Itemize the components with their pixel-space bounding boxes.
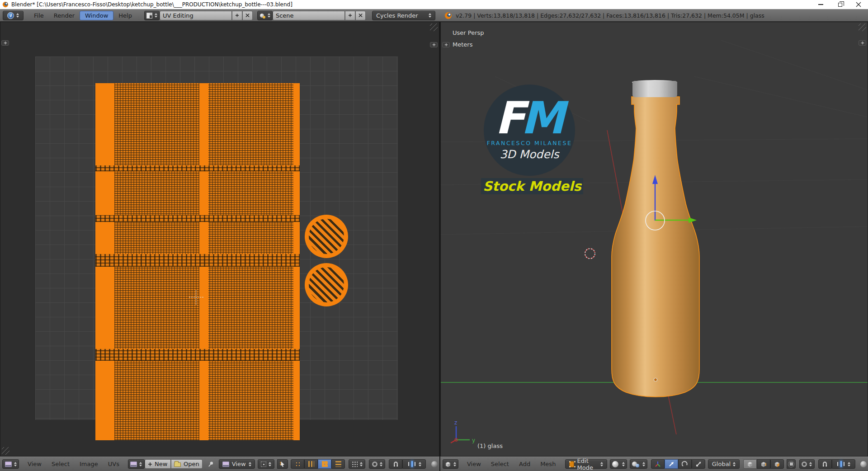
chevron-updown-icon [809,462,812,466]
scene-field[interactable]: Scene [273,11,345,20]
minimize-button[interactable] [811,0,830,9]
blender-logo-icon [444,12,452,19]
render-engine-dropdown[interactable]: Cycles Render [372,11,435,20]
watermark-name: FRANCESCO MILANESE [487,140,572,146]
plus-icon [444,43,448,47]
scale-manipulator-button[interactable] [692,459,705,469]
cube-icon [445,461,451,467]
editor-type-dropdown-3d[interactable] [443,459,458,469]
image-editor-icon [5,462,12,467]
screen-layout-browse-button[interactable] [144,11,160,20]
opengl-render-button[interactable] [859,459,868,469]
mesh-select-mode-buttons [743,459,784,469]
image-new-button[interactable]: New [145,459,171,469]
pivot-center-dropdown[interactable] [258,459,274,469]
edge-mode-button[interactable] [757,459,770,469]
translate-manipulator-button[interactable] [665,459,678,469]
viewport-shading-dropdown[interactable] [610,459,627,469]
info-icon: i [7,12,14,19]
image-browse-dropdown[interactable] [128,459,145,469]
snap-element-dropdown-3d[interactable] [832,459,855,469]
screen-layout-delete-button[interactable] [242,11,253,20]
region-expand-button[interactable] [442,42,450,47]
chevron-updown-icon [453,462,456,466]
editor-type-dropdown-image[interactable] [2,459,19,469]
uv-island-cap-top [305,215,348,258]
scene-delete-button[interactable] [355,11,366,20]
image-open-button[interactable]: Open [171,459,203,469]
uv-edge-select-button[interactable] [304,459,318,469]
menu-window[interactable]: Window [80,11,113,20]
chevron-updown-icon [733,462,736,466]
v3d-menu-add[interactable]: Add [514,459,535,469]
limit-selection-visible-button[interactable] [787,459,796,469]
object-origin-dot [654,378,657,382]
uv-island-select-button[interactable] [331,459,345,469]
close-button[interactable] [849,0,868,9]
scene-browse-button[interactable] [257,11,273,20]
v3d-menu-mesh[interactable]: Mesh [535,459,561,469]
chevron-updown-icon [642,462,645,466]
region-expand-button[interactable] [430,42,438,47]
v3d-menu-view[interactable]: View [462,459,486,469]
region-expand-button[interactable] [859,40,866,46]
uv-island-cap-bottom [305,263,348,306]
rotate-manipulator-button[interactable] [678,459,692,469]
corner-grip[interactable] [859,24,866,31]
screen-layout-field[interactable]: UV Editing [160,11,232,20]
uv-menu-view[interactable]: View [23,459,47,469]
uv-vertex-select-button[interactable] [291,459,304,469]
scene-statistics: v2.79 | Verts:13,818/13,818 | Edges:27,6… [456,12,764,19]
uv-image-editor[interactable] [0,22,439,457]
window-title-bar: Blender* [C:\Users\Francesco-Fisso\Deskt… [0,0,868,9]
editor-type-dropdown-info[interactable]: i [3,11,24,20]
corner-grip[interactable] [430,24,438,31]
vertex-mode-button[interactable] [743,459,757,469]
proportional-edit-dropdown[interactable] [369,459,385,469]
watermark-banner: Stock Models [481,178,583,194]
restore-button[interactable] [830,0,849,9]
display-channels-dropdown[interactable]: View [219,459,255,469]
v3d-menu-select[interactable]: Select [486,459,514,469]
uv-menu-select[interactable]: Select [47,459,75,469]
screen-layout-add-button[interactable] [232,11,242,20]
uv-menu-image[interactable]: Image [75,459,103,469]
chevron-updown-icon [380,462,382,466]
face-cube-icon [774,461,780,467]
rotate-icon [682,461,688,467]
corner-grip[interactable] [2,447,9,455]
mode-dropdown[interactable]: Edit Mode [565,459,607,469]
uv-editor-header: View Select Image UVs New Open View [0,457,439,471]
uv-grid-canvas[interactable] [35,57,398,420]
uv-face-select-button[interactable] [318,459,331,469]
region-expand-button[interactable] [1,40,9,46]
snap-toggle-button[interactable] [389,459,402,469]
menu-file[interactable]: File [29,11,49,20]
axis-z-label: z [454,419,457,426]
3d-cursor [583,246,597,261]
manipulator-toggle-button[interactable] [651,459,665,469]
minimize-icon [818,4,823,5]
pivot-spheres-icon [632,461,639,467]
image-pin-button[interactable] [206,459,216,469]
scene-add-button[interactable] [345,11,355,20]
axis-y-label: y [472,437,475,443]
render-preview-button[interactable] [429,459,439,469]
sticky-select-dropdown[interactable] [349,459,365,469]
snap-controls [389,459,426,469]
face-select-icon [322,461,328,467]
transform-orientation-dropdown[interactable]: Global [708,459,740,469]
snap-element-dropdown[interactable] [402,459,426,469]
uv-menu-uvs[interactable]: UVs [103,459,124,469]
menu-render[interactable]: Render [49,11,80,20]
snap-toggle-button-3d[interactable] [818,459,832,469]
menu-help[interactable]: Help [113,11,137,20]
3d-viewport[interactable]: z y User Persp Meters FM FRANCESCO MILAN… [440,22,868,457]
uv-sync-select-toggle[interactable] [277,459,288,469]
pivot-point-dropdown[interactable] [630,459,647,469]
proportional-edit-dropdown-3d[interactable] [799,459,814,469]
edge-cube-icon [760,461,767,467]
vertex-cube-icon [747,461,753,467]
face-mode-button[interactable] [770,459,784,469]
chevron-updown-icon [622,462,625,466]
